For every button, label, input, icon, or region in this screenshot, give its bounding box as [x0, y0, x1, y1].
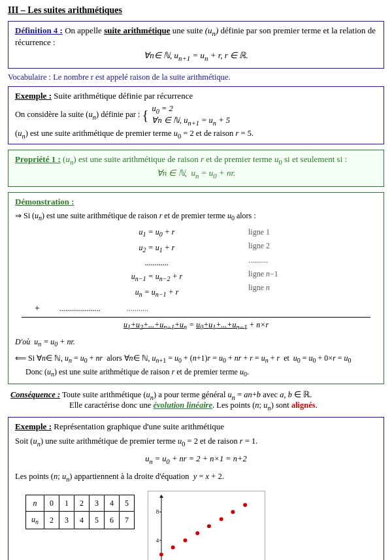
definition-text1: On appelle: [63, 25, 104, 35]
svg-point-24: [220, 517, 223, 521]
table-n0: 0: [44, 495, 59, 511]
exemple2-body: Soit (un) une suite arithmétique de prem…: [15, 435, 377, 560]
exemple1-conclusion: (un) est une suite arithmétique de premi…: [15, 129, 377, 140]
consequence-text1: Toute suite arithmétique (un) a pour ter…: [62, 390, 312, 399]
exemple2-box: Exemple : Représentation graphique d'une…: [8, 417, 384, 560]
arrow-left-icon: ⟸: [15, 354, 26, 363]
demo-right-col: ligne 1 ligne 2 .......... ligne n−1 lig…: [248, 226, 301, 300]
vocab-line: Vocabulaire : Le nombre r est appelé rai…: [8, 73, 384, 82]
svg-point-21: [184, 538, 188, 542]
svg-text:4: 4: [156, 536, 159, 543]
svg-point-23: [207, 524, 211, 528]
suite-arith-label: suite arithmétique: [104, 25, 170, 35]
consequence-label: Conséquence :: [10, 390, 60, 399]
scatter-chart: 0 2 4 6 8 4 8: [148, 491, 265, 560]
exemple1-body: On considère la suite (un) définie par :…: [15, 104, 377, 126]
propriete-formula: ∀n ∈ ℕ, un = u0 + nr.: [15, 168, 377, 180]
svg-text:8: 8: [156, 508, 159, 515]
svg-point-19: [159, 552, 163, 556]
table-u5: 7: [120, 511, 135, 529]
demo-line5: un = un−1 + r: [105, 286, 209, 300]
demo-left-arrow: ⟸ Si ∀n∈ ℕ, un = u0 + nr alors ∀n∈ ℕ, un…: [15, 352, 377, 365]
consequence-section: Conséquence : Toute suite arithmétique (…: [8, 389, 384, 412]
dots-row: .....................: [59, 303, 101, 315]
exemple1-label: Exemple :: [15, 91, 52, 101]
svg-point-25: [231, 510, 235, 514]
exemple2-header: Exemple : Représentation graphique d'une…: [15, 421, 377, 432]
table-u1: 3: [59, 511, 74, 529]
consequence-indent: Elle caractérise donc une évolution liné…: [69, 401, 318, 410]
propriete-text1: (un) est une suite arithmétique de raiso…: [61, 154, 347, 164]
system-line1: u0 = 2: [152, 104, 230, 115]
svg-marker-3: [159, 495, 163, 498]
exemple1-box: Exemple : Suite arithmétique définie par…: [8, 86, 384, 144]
sum-line-container: u1+u2+...+un−1+un = u0+u1+...+un−1 + n×r: [22, 317, 370, 333]
values-table: n 0 1 2 3 4 5 un 2 3 4 5 6: [25, 495, 135, 530]
section-title: III – Les suites arithmétiques: [8, 5, 384, 16]
demo-label: Démonstration :: [15, 197, 377, 207]
values-table-container: n 0 1 2 3 4 5 un 2 3 4 5 6: [15, 491, 135, 534]
demo-plus-row: + ..................... ...........: [35, 301, 377, 316]
alignes-label: alignés: [291, 401, 316, 410]
svg-point-20: [171, 545, 175, 549]
exemple1-system: { u0 = 2 ∀n ∈ ℕ, un+1 = un + 5: [142, 104, 230, 126]
propriete-label: Propriété 1 :: [15, 154, 61, 164]
demo-line3: ............: [105, 257, 209, 269]
system-line2: ∀n ∈ ℕ, un+1 = un + 5: [152, 115, 230, 127]
graph-area: n 0 1 2 3 4 5 un 2 3 4 5 6: [15, 491, 377, 560]
definition-un: (un): [205, 25, 219, 35]
exemple2-formula: un = u0 + nr = 2 + n×1 = n+2: [15, 452, 377, 467]
exemple2-title: Représentation graphique d'une suite ari…: [52, 421, 224, 431]
table-header-n: n: [26, 495, 44, 511]
table-n4: 4: [105, 495, 120, 511]
propriete-box: Propriété 1 : (un) est une suite arithmé…: [8, 150, 384, 187]
demo-left-col: u1 = u0 + r u2 = u1 + r ............ un−…: [105, 226, 209, 300]
demo-lines: u1 = u0 + r u2 = u1 + r ............ un−…: [28, 226, 377, 300]
demo-right4: ligne n−1: [248, 268, 301, 280]
demo-right1: ligne 1: [248, 226, 301, 239]
exemple1-title: Suite arithmétique définie par récurrenc…: [52, 91, 193, 101]
exemple1-text1: On considère la suite (un) définie par :: [15, 110, 142, 119]
dots-right: ...........: [127, 303, 148, 315]
definition-box: Définition 4 : On appelle suite arithmét…: [8, 21, 384, 69]
demo-line4: un−1 = un−2 + r: [105, 271, 209, 284]
demo-donc: D'où un = u0 + nr.: [15, 336, 377, 350]
demo-donc2: Donc (un) est une suite arithmétique de …: [25, 366, 377, 380]
demo-right-intro: ⇒ Si (un) est une suite arithmétique de …: [15, 210, 377, 223]
chart-container: 0 2 4 6 8 4 8: [148, 491, 265, 560]
table-n1: 1: [59, 495, 74, 511]
demo-content: ⇒ Si (un) est une suite arithmétique de …: [15, 210, 377, 380]
table-u2: 4: [74, 511, 90, 529]
demo-line2: u2 = u1 + r: [105, 242, 209, 255]
exemple2-text1: Soit (un) une suite arithmétique de prem…: [15, 435, 377, 450]
table-u0: 2: [44, 511, 59, 529]
table-u3: 5: [90, 511, 105, 529]
svg-point-22: [195, 531, 199, 535]
table-n3: 3: [90, 495, 105, 511]
propriete-header: Propriété 1 : (un) est une suite arithmé…: [15, 154, 377, 166]
definition-formula: ∀n∈ ℕ, un+1 = un + r, r ∈ ℝ.: [15, 50, 377, 62]
demo-right5: ligne n: [248, 282, 301, 294]
demo-right2: ligne 2: [248, 240, 301, 252]
demo-right3: ..........: [248, 254, 301, 267]
evolution-label: évolution linéaire: [153, 401, 212, 410]
exemple1-header: Exemple : Suite arithmétique définie par…: [15, 91, 377, 101]
table-n2: 2: [74, 495, 90, 511]
demo-box: Démonstration : ⇒ Si (un) est une suite …: [8, 192, 384, 384]
table-header-un: un: [26, 511, 44, 529]
exemple2-label: Exemple :: [15, 421, 52, 431]
plus-icon: +: [35, 301, 40, 316]
demo-line1: u1 = u0 + r: [105, 226, 209, 240]
arrow-right: ⇒: [15, 211, 22, 220]
definition-text2: une suite: [171, 25, 205, 35]
exemple2-text3: Les points (n; un) appartiennent à la dr…: [15, 470, 377, 485]
table-u4: 6: [105, 511, 120, 529]
svg-point-26: [243, 502, 247, 506]
definition-label: Définition 4 :: [15, 25, 63, 35]
table-n5: 5: [120, 495, 135, 511]
